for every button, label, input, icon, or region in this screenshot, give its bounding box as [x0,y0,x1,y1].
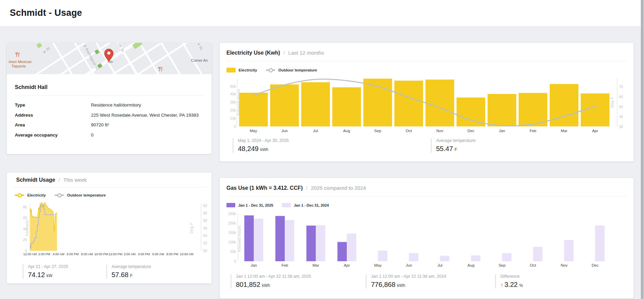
svg-text:70: 70 [619,85,623,89]
svg-text:8:00 PM: 8:00 PM [166,252,178,256]
stat-label: Average temperature [436,138,476,143]
info-value: 0 [91,132,94,138]
legend-label: Outdoor temperature [67,193,106,197]
stat-value: 3.22 [504,281,518,288]
legend-item-outdoor-temperature[interactable]: Outdoor temperature [266,68,317,72]
svg-text:6:00 AM: 6:00 AM [152,252,164,256]
svg-text:Jul: Jul [437,263,442,267]
svg-text:Nov: Nov [436,129,443,133]
svg-text:Mar: Mar [561,129,568,133]
electricity-card-title: Electricity Use (Kwh) [226,50,280,56]
svg-text:60: 60 [203,211,207,215]
legend-item-2025[interactable]: Jan 1 - Dec 31, 2025 [226,203,273,207]
svg-text:10:00 AM: 10:00 AM [180,252,193,256]
svg-text:Sep: Sep [498,263,505,267]
map-poi-restaurant-label[interactable]: Taqueria [11,64,26,68]
electricity-card: Electricity Use (Kwh) / Last 12 months E… [220,43,634,161]
divider [12,187,206,187]
svg-text:Deg F: Deg F [189,222,193,234]
stat-value-row: 776,868kWh [371,281,446,289]
svg-text:50k: 50k [230,249,236,253]
stat-value: 776,868 [371,281,395,288]
stat-label: Difference [500,274,523,279]
legend-item-electricity[interactable]: Electricity [15,193,46,198]
svg-text:Aug: Aug [467,263,474,267]
svg-text:May: May [250,129,257,133]
app-header: Schmidt - Usage [0,0,644,27]
svg-text:10:00 PM: 10:00 PM [94,252,108,256]
stat-value: 74.12 [28,271,45,278]
stat-unit: kW [47,273,52,278]
svg-text:40: 40 [619,115,623,119]
stat-unit: F [130,273,132,278]
stat-unit: kWh [262,283,270,288]
svg-text:8:00 AM: 8:00 AM [81,252,93,256]
week-card-header: Schmidt Usage / This week [7,173,212,183]
svg-text:250k: 250k [228,212,236,216]
info-value: Residence hall/dormitory [91,102,141,108]
info-row-area: Area 90720 ft² [15,120,204,130]
svg-text:Jun: Jun [281,129,288,133]
svg-text:60: 60 [23,216,27,220]
svg-text:Oct: Oct [406,129,412,133]
stat-value-row: 801,852kWh [236,281,311,289]
stat-label: May 1, 2024 - Apr 30, 2025 [238,138,289,143]
legend-item-2024[interactable]: Jan 1 - Dec 31, 2024 [282,203,329,207]
svg-text:50: 50 [619,105,623,109]
svg-text:Aug: Aug [343,129,350,133]
divider [226,196,627,197]
info-row-type: Type Residence hall/dormitory [15,100,204,110]
svg-text:200k: 200k [228,221,236,225]
svg-text:Nov: Nov [561,263,568,267]
increase-arrow-icon: ↑ [500,282,503,288]
difference-stat: Difference ↑3.22% [495,274,523,289]
electricity-legend: Electricity Outdoor temperature [226,68,317,72]
info-label: Area [15,122,91,127]
electricity-line-swatch-icon [15,193,24,198]
week-legend: Electricity Outdoor temperature [15,193,106,198]
svg-text:Feb: Feb [530,129,536,133]
legend-label: Electricity [239,68,257,72]
svg-text:52: 52 [203,241,207,245]
map[interactable]: imon Mexican Taqueria Corner An w St S D… [7,43,212,74]
legend-item-electricity[interactable]: Electricity [226,68,257,72]
svg-text:Jun: Jun [406,263,412,267]
temperature-line-swatch-icon [266,68,275,72]
svg-text:May: May [374,263,382,267]
electricity-chart[interactable]: 010k20k30k40k50kKilowatt-hoursMayJunJulA… [226,75,627,134]
svg-text:Jan: Jan [251,263,257,267]
stat-value: 801,852 [236,281,260,288]
map-poi-restaurant-label[interactable]: imon Mexican [9,60,32,64]
svg-text:Apr: Apr [344,263,350,267]
week-card-subtitle: This week [63,177,87,183]
gas-2025-stat: Jan 1 12:00 am - Apr 22 11:38 am, 2025 8… [231,274,311,289]
svg-text:Kilowatts: Kilowatts [25,219,29,236]
svg-text:Jan: Jan [499,129,505,133]
gas-2025-swatch-icon [226,203,235,207]
map-poi-corner-label[interactable]: Corner An [191,58,208,62]
stat-value-row: ↑3.22% [500,281,523,289]
stat-unit: kWh [397,283,405,288]
week-card-title: Schmidt Usage [16,177,55,183]
gas-chart[interactable]: 050k100k150k200k250kKilowatt-hoursJanFeb… [226,210,627,270]
scrollbar[interactable] [641,0,644,299]
electricity-card-subtitle: Last 12 months [288,50,324,56]
stat-value-row: 57.68F [112,271,151,279]
info-label: Address [15,113,91,118]
scrollbar-thumb[interactable] [641,0,644,299]
legend-item-outdoor-temperature[interactable]: Outdoor temperature [55,193,106,198]
svg-text:6:00 PM: 6:00 PM [67,252,79,256]
svg-text:Jul: Jul [313,129,318,133]
gas-card: Gas Use (1 kWh = 3.412. CCF) / 2025 comp… [220,178,634,298]
legend-label: Jan 1 - Dec 31, 2024 [294,203,329,207]
svg-text:20k: 20k [230,108,236,112]
title-separator: / [306,185,307,191]
svg-text:Sep: Sep [374,129,381,133]
svg-text:150k: 150k [228,231,236,235]
average-temperature-stat: Average temperature 57.68F [106,264,151,279]
week-chart[interactable]: 0204060805052545658606212:00 AM2:00 PM4:… [12,201,208,257]
gas-card-title: Gas Use (1 kWh = 3.412. CCF) [226,185,303,191]
svg-text:10k: 10k [230,116,236,120]
svg-text:Dec: Dec [467,129,474,133]
stat-unit: kWh [260,147,268,152]
